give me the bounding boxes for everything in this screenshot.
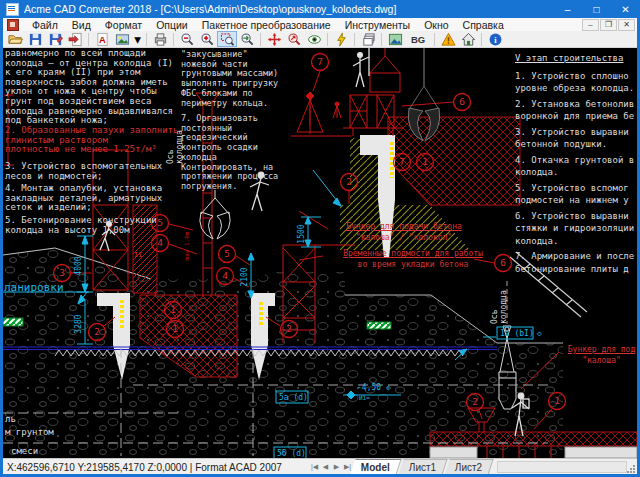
dimension-label: 2100 bbox=[240, 267, 249, 286]
dimension-label: 1500 bbox=[297, 224, 306, 243]
note-line: Контролировать, на bbox=[181, 163, 278, 173]
cyan-tag: 5а (d) bbox=[276, 391, 308, 403]
stage-item: 5. Устройство вспомогподмостей на нижнем… bbox=[515, 182, 637, 207]
svg-text:1: 1 bbox=[422, 156, 428, 167]
survey-chip bbox=[3, 318, 23, 326]
toolbar-separator bbox=[327, 33, 328, 46]
scaffold-center bbox=[283, 245, 355, 343]
toolbar: A ▾ BG i bbox=[3, 31, 637, 48]
convert-button[interactable] bbox=[65, 31, 85, 47]
svg-text:2: 2 bbox=[346, 176, 352, 187]
warning-icon bbox=[441, 32, 456, 47]
toolbar-separator bbox=[146, 33, 147, 46]
mdi-minimize-button[interactable]: – bbox=[582, 19, 599, 31]
note-line: 2. Образованные пазухи заполнить bbox=[5, 126, 178, 136]
svg-text:4: 4 bbox=[157, 237, 163, 248]
zoom-in-button[interactable] bbox=[197, 31, 217, 47]
pdf-export-button[interactable]: A bbox=[92, 31, 112, 47]
menu-item-файл[interactable]: Файл bbox=[25, 19, 65, 31]
close-button[interactable]: ✕ bbox=[611, 0, 640, 18]
svg-text:1: 1 bbox=[170, 304, 176, 315]
quick-convert-button[interactable] bbox=[331, 31, 351, 47]
tab-nav-button[interactable]: ◀ bbox=[320, 463, 331, 471]
menu-item-справка[interactable]: Справка bbox=[456, 19, 511, 31]
document-icon[interactable] bbox=[7, 19, 19, 31]
note-line: ножевой части bbox=[181, 60, 278, 70]
sheet-tab-лист2[interactable]: Лист2 bbox=[445, 459, 494, 475]
zoom-previous-button[interactable] bbox=[237, 31, 257, 47]
callout-circle-2: 2 bbox=[467, 394, 484, 411]
drawing-canvas[interactable]: 767125454361212214000328015002100max 1.0… bbox=[3, 48, 637, 458]
background-color-button[interactable]: BG bbox=[405, 31, 431, 47]
home-button[interactable] bbox=[458, 31, 478, 47]
minimize-button[interactable]: – bbox=[553, 0, 582, 18]
svg-text:◇: ◇ bbox=[537, 329, 542, 338]
mdi-restore-button[interactable]: ❐ bbox=[600, 19, 617, 31]
note-line: погружения. bbox=[181, 182, 278, 192]
note-line: 5. Бетонирование конструкции bbox=[5, 216, 157, 226]
menu-item-формат[interactable]: Формат bbox=[98, 19, 149, 31]
text-fragment: ль bbox=[5, 414, 16, 424]
zoom-dynamic-button[interactable] bbox=[284, 31, 304, 47]
aerial-view-button[interactable] bbox=[304, 31, 324, 47]
status-bar: X:462596,6710 Y:219585,4170 Z:0,0000 | F… bbox=[3, 458, 637, 475]
svg-text:1: 1 bbox=[172, 323, 178, 334]
register-button[interactable] bbox=[438, 31, 458, 47]
ground-rubble bbox=[3, 248, 563, 458]
text-fragment: смеси bbox=[11, 446, 38, 456]
export-dropdown-button[interactable]: ▾ bbox=[132, 31, 143, 47]
print-button[interactable] bbox=[150, 31, 170, 47]
svg-text:колодца: колодца bbox=[175, 130, 184, 164]
tab-nav-button[interactable]: ▶ bbox=[331, 463, 342, 471]
about-button[interactable]: i bbox=[485, 31, 505, 47]
notes-right: V этап строительства 1. Устройство сплош… bbox=[515, 52, 637, 278]
zoom-out-button[interactable] bbox=[177, 31, 197, 47]
svg-text:6: 6 bbox=[500, 257, 506, 268]
layers-button[interactable] bbox=[358, 31, 378, 47]
save-button[interactable] bbox=[25, 31, 45, 47]
stage-title: V этап строительства bbox=[515, 52, 637, 65]
stage-item: 2. Установка бетоноливворонкой для прием… bbox=[515, 98, 637, 123]
note-line: равномерно по всей площади bbox=[5, 49, 173, 59]
pan-button[interactable] bbox=[264, 31, 284, 47]
red-callout-label: Временные подмости для работыво время ук… bbox=[321, 248, 505, 270]
coordinate-readout: X:462596,6710 Y:219585,4170 Z:0,0000 | F… bbox=[3, 459, 309, 475]
stage-item: 6. Устройство выравнистяжки и гидроизоля… bbox=[515, 210, 637, 248]
mdi-close-button[interactable]: ✕ bbox=[618, 19, 635, 31]
toolbar-separator bbox=[260, 33, 261, 46]
callout-circle-1: 1 bbox=[549, 393, 566, 410]
resize-grip[interactable] bbox=[626, 464, 636, 474]
svg-text:7: 7 bbox=[317, 56, 323, 67]
save-as-button[interactable] bbox=[45, 31, 65, 47]
menu-item-пакетное преобразование[interactable]: Пакетное преобразование bbox=[195, 19, 338, 31]
menu-item-инструменты[interactable]: Инструменты bbox=[338, 19, 417, 31]
callout-circle-1: 1 bbox=[167, 321, 184, 338]
stage-item: 1. Устройство сплошноуровне обреза колод… bbox=[515, 70, 637, 95]
zoom-window-button[interactable] bbox=[217, 31, 237, 47]
callout-circle-4: 4 bbox=[152, 235, 169, 252]
cyan-tag: 1в (bI)◇ bbox=[497, 327, 542, 339]
soil-hatch-red bbox=[388, 117, 520, 205]
export-image-button[interactable] bbox=[112, 31, 132, 47]
sheet-tab-model[interactable]: Model bbox=[350, 459, 401, 475]
note-line: "закусывание" bbox=[181, 50, 278, 60]
toolbar-separator bbox=[88, 33, 89, 46]
maximize-button[interactable]: □ bbox=[582, 0, 611, 18]
info-icon: i bbox=[488, 32, 503, 47]
note-line: ФБС блоками по bbox=[181, 89, 278, 99]
menu-item-окно[interactable]: Окно bbox=[417, 19, 455, 31]
open-button[interactable] bbox=[5, 31, 25, 47]
toolbar-separator bbox=[354, 33, 355, 46]
menu-item-вид[interactable]: Вид bbox=[65, 19, 98, 31]
tab-nav-button[interactable]: |◀ bbox=[309, 463, 320, 471]
note-line: уклон от ножа к центру чтобы bbox=[5, 87, 173, 97]
background-image-button[interactable] bbox=[385, 31, 405, 47]
svg-text:7: 7 bbox=[399, 156, 405, 167]
callout-circle-4: 4 bbox=[217, 268, 234, 285]
survey-chip bbox=[367, 322, 391, 329]
horizontal-scrollbar[interactable] bbox=[497, 461, 627, 473]
sheet-tab-лист1[interactable]: Лист1 bbox=[398, 459, 447, 475]
note-line: постоянный bbox=[181, 124, 278, 134]
cyan-tag: -4,50◇ bbox=[357, 383, 391, 392]
menu-item-опции[interactable]: Опции bbox=[149, 19, 195, 31]
